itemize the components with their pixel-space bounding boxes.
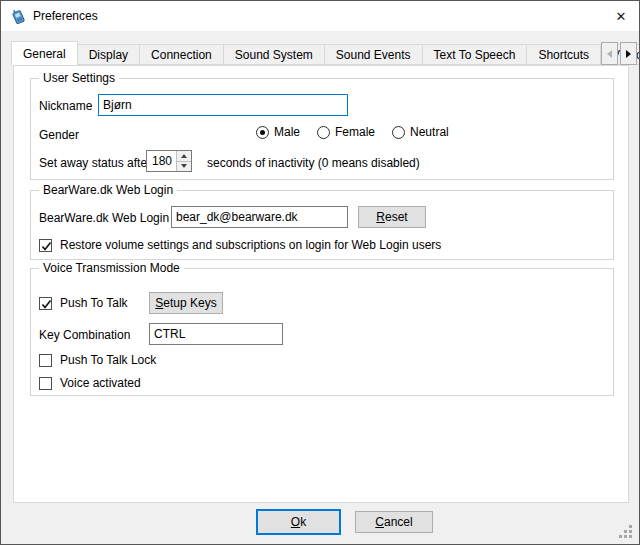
titlebar[interactable]: Preferences ✕ [1, 1, 639, 31]
tab-general[interactable]: General [11, 41, 78, 65]
web-login-id-input[interactable] [171, 206, 348, 228]
gender-radio-group: Male Female Neutral [256, 125, 449, 139]
group-title: User Settings [39, 71, 119, 85]
checkbox-icon [39, 239, 52, 252]
voice-activated-checkbox[interactable]: Voice activated [39, 376, 141, 390]
spinner-up-button[interactable] [177, 151, 191, 162]
window-title: Preferences [33, 9, 98, 23]
spinner-value: 180 [152, 154, 172, 168]
app-icon [10, 8, 26, 24]
voice-transmission-group: Voice Transmission Mode Push To Talk Set… [30, 268, 614, 396]
reset-button[interactable]: Reset [358, 206, 426, 228]
push-to-talk-checkbox[interactable]: Push To Talk [39, 296, 128, 310]
tab-text-to-speech[interactable]: Text To Speech [423, 44, 528, 65]
away-status-label: Set away status after [39, 156, 151, 170]
push-to-talk-lock-checkbox[interactable]: Push To Talk Lock [39, 353, 156, 367]
key-combination-input[interactable] [149, 323, 283, 345]
group-title: Voice Transmission Mode [39, 261, 184, 275]
tab-scroll-buttons [599, 42, 637, 65]
gender-label: Gender [39, 128, 79, 142]
restore-volume-checkbox[interactable]: Restore volume settings and subscription… [39, 238, 441, 252]
up-arrow-icon [181, 154, 187, 158]
key-combination-label: Key Combination [39, 328, 130, 342]
down-arrow-icon [181, 164, 187, 168]
tab-sound-events[interactable]: Sound Events [325, 44, 423, 65]
gender-female-radio[interactable]: Female [317, 125, 375, 139]
gender-neutral-radio[interactable]: Neutral [392, 125, 449, 139]
cancel-button[interactable]: Cancel [355, 511, 433, 533]
radio-icon [317, 126, 330, 139]
checkbox-label: Push To Talk Lock [60, 353, 156, 367]
left-arrow-icon [607, 50, 612, 58]
web-login-group: BearWare.dk Web Login BearWare.dk Web Lo… [30, 190, 614, 260]
nickname-input[interactable] [98, 94, 348, 116]
tab-scroll-right-button[interactable] [620, 42, 637, 65]
checkbox-icon [39, 377, 52, 390]
tab-sound-system[interactable]: Sound System [224, 44, 325, 65]
group-title: BearWare.dk Web Login [39, 183, 177, 197]
tab-display[interactable]: Display [78, 44, 140, 65]
radio-label: Female [335, 125, 375, 139]
gender-male-radio[interactable]: Male [256, 125, 300, 139]
close-button[interactable]: ✕ [603, 1, 639, 31]
radio-label: Neutral [410, 125, 449, 139]
preferences-dialog: Preferences ✕ General Display Connection… [0, 0, 640, 545]
spinner-down-button[interactable] [177, 162, 191, 172]
tab-shortcuts[interactable]: Shortcuts [527, 44, 601, 65]
ok-button[interactable]: Ok [256, 509, 341, 535]
checkbox-icon [39, 297, 52, 310]
spinner-buttons [176, 151, 191, 171]
radio-label: Male [274, 125, 300, 139]
user-settings-group: User Settings Nickname Gender Male Femal… [30, 78, 614, 180]
radio-icon [256, 126, 269, 139]
web-login-id-label: BearWare.dk Web Login ID [39, 211, 184, 225]
checkbox-label: Push To Talk [60, 296, 128, 310]
away-status-suffix: seconds of inactivity (0 means disabled) [207, 156, 420, 170]
tab-connection[interactable]: Connection [140, 44, 224, 65]
radio-icon [392, 126, 405, 139]
tab-bar: General Display Connection Sound System … [11, 41, 639, 65]
setup-keys-button[interactable]: Setup Keys [149, 292, 223, 314]
checkbox-icon [39, 354, 52, 367]
right-arrow-icon [626, 50, 631, 58]
nickname-label: Nickname [39, 99, 92, 113]
general-tab-page: User Settings Nickname Gender Male Femal… [13, 65, 629, 503]
checkbox-label: Voice activated [60, 376, 141, 390]
away-seconds-spinner[interactable]: 180 [146, 150, 192, 172]
tab-scroll-left-button[interactable] [601, 42, 618, 65]
resize-grip[interactable] [619, 525, 633, 539]
checkbox-label: Restore volume settings and subscription… [60, 238, 441, 252]
